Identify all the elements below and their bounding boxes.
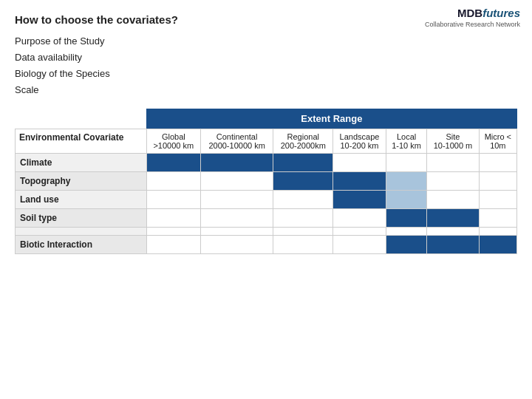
cell-3-3 bbox=[333, 209, 386, 228]
bullet-4: Scale bbox=[15, 82, 517, 98]
cell-3-4 bbox=[386, 209, 426, 228]
cell-4-6 bbox=[479, 228, 516, 236]
col-continental: Continental 2000-10000 km bbox=[200, 129, 273, 154]
cell-1-1 bbox=[200, 172, 273, 191]
bullet-list: Purpose of the Study Data availability B… bbox=[15, 33, 517, 98]
cell-4-2 bbox=[273, 228, 333, 236]
cell-5-2 bbox=[273, 236, 333, 254]
cell-1-2 bbox=[273, 172, 333, 191]
col-regional: Regional 200-2000km bbox=[273, 129, 333, 154]
cell-0-6 bbox=[479, 154, 516, 172]
cell-3-5 bbox=[427, 209, 479, 228]
cell-5-1 bbox=[200, 236, 273, 254]
extent-range-header: Extent Range bbox=[146, 109, 516, 129]
bullet-2: Data availability bbox=[15, 50, 517, 66]
col-label: Environmental Covariate bbox=[16, 129, 147, 154]
cell-3-1 bbox=[200, 209, 273, 228]
col-micro: Micro < 10m bbox=[479, 129, 516, 154]
col-site: Site 10-1000 m bbox=[427, 129, 479, 154]
table-row: Soil type bbox=[16, 209, 517, 228]
cell-3-6 bbox=[479, 209, 516, 228]
cell-1-0 bbox=[146, 172, 200, 191]
row-label-0: Climate bbox=[16, 154, 147, 172]
cell-5-5 bbox=[427, 236, 479, 254]
brand-subtitle: Collaborative Research Network bbox=[425, 21, 520, 30]
cell-0-3 bbox=[333, 154, 386, 172]
cell-0-4 bbox=[386, 154, 426, 172]
cell-4-4 bbox=[386, 228, 426, 236]
cell-2-0 bbox=[146, 191, 200, 209]
cell-0-2 bbox=[273, 154, 333, 172]
cell-0-5 bbox=[427, 154, 479, 172]
cell-1-4 bbox=[386, 172, 426, 191]
cell-0-1 bbox=[200, 154, 273, 172]
table-row: Biotic Interaction bbox=[16, 236, 517, 254]
brand: MDBfutures Collaborative Research Networ… bbox=[425, 6, 520, 29]
cell-2-6 bbox=[479, 191, 516, 209]
header-empty bbox=[16, 109, 147, 129]
cell-5-4 bbox=[386, 236, 426, 254]
col-landscape: Landscape 10-200 km bbox=[333, 129, 386, 154]
cell-2-4 bbox=[386, 191, 426, 209]
cell-1-6 bbox=[479, 172, 516, 191]
cell-1-5 bbox=[427, 172, 479, 191]
table-row: Topography bbox=[16, 172, 517, 191]
table-row bbox=[16, 228, 517, 236]
row-label-5: Biotic Interaction bbox=[16, 236, 147, 254]
cell-1-3 bbox=[333, 172, 386, 191]
bullet-1: Purpose of the Study bbox=[15, 33, 517, 50]
table-row: Land use bbox=[16, 191, 517, 209]
cell-3-2 bbox=[273, 209, 333, 228]
cell-4-1 bbox=[200, 228, 273, 236]
table-row: Climate bbox=[16, 154, 517, 172]
row-label-3: Soil type bbox=[16, 209, 147, 228]
cell-4-3 bbox=[333, 228, 386, 236]
row-label-2: Land use bbox=[16, 191, 147, 209]
col-local: Local 1-10 km bbox=[386, 129, 426, 154]
cell-2-1 bbox=[200, 191, 273, 209]
cell-4-0 bbox=[146, 228, 200, 236]
row-label-4 bbox=[16, 228, 147, 236]
brand-mdb: MDB bbox=[457, 7, 482, 19]
cell-5-3 bbox=[333, 236, 386, 254]
cell-2-5 bbox=[427, 191, 479, 209]
cell-5-0 bbox=[146, 236, 200, 254]
cell-2-2 bbox=[273, 191, 333, 209]
covariate-table: Extent Range Environmental Covariate Glo… bbox=[15, 109, 517, 254]
bullet-3: Biology of the Species bbox=[15, 66, 517, 82]
cell-5-6 bbox=[479, 236, 516, 254]
row-label-1: Topography bbox=[16, 172, 147, 191]
col-global: Global >10000 km bbox=[146, 129, 200, 154]
brand-futures: futures bbox=[482, 7, 520, 19]
cell-0-0 bbox=[146, 154, 200, 172]
cell-2-3 bbox=[333, 191, 386, 209]
cell-4-5 bbox=[427, 228, 479, 236]
cell-3-0 bbox=[146, 209, 200, 228]
